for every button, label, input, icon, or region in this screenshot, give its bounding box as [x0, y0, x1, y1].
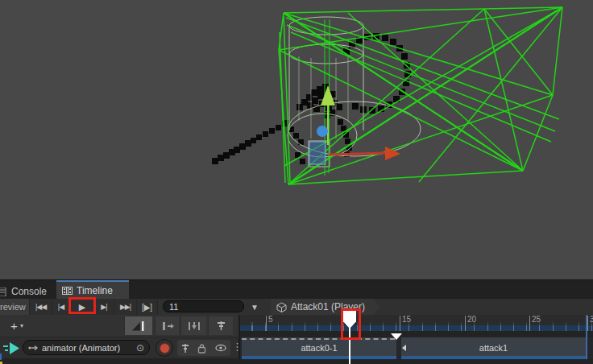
timeline-end-marker — [586, 315, 587, 359]
tab-console[interactable]: Console — [0, 283, 47, 300]
clip-in-marker — [402, 345, 406, 351]
ruler-mark: 5 — [266, 316, 273, 331]
add-track-button[interactable]: + ▾ — [3, 317, 31, 334]
animation-track-icon — [3, 341, 21, 355]
lock-icon[interactable] — [197, 343, 206, 354]
pin-icon[interactable] — [181, 343, 189, 354]
track-binding-label: animator (Animator) — [42, 343, 120, 353]
clip-label: attack1 — [401, 343, 586, 353]
kebab-menu-icon[interactable]: ⋮ — [232, 341, 243, 353]
pin-icon — [217, 321, 226, 331]
clip-attack1[interactable]: attack1 — [401, 337, 586, 358]
track-options-group — [177, 340, 230, 356]
previous-frame-button[interactable]: |◀ — [52, 299, 70, 315]
prefab-cube-icon — [276, 302, 287, 312]
go-to-end-button[interactable]: ▶▶| — [114, 299, 137, 315]
recorded-clip-dashed-border — [242, 338, 395, 340]
previous-frame-icon: |◀ — [58, 303, 64, 311]
play-range-icon: [▶] — [142, 303, 152, 312]
timeline-panel: Console Timeline review |◀◀ |◀ — [0, 279, 593, 364]
gizmo-x-axis[interactable] — [329, 153, 385, 155]
next-frame-button[interactable]: ▶| — [94, 299, 114, 315]
mix-mode-icon — [131, 321, 146, 332]
playhead-line — [349, 328, 350, 364]
ripple-mode-icon — [161, 321, 174, 331]
tab-console-label: Console — [11, 286, 47, 297]
tab-timeline[interactable]: Timeline — [56, 280, 129, 300]
plus-icon: + — [10, 319, 18, 333]
chevron-down-icon: ▼ — [251, 303, 259, 312]
go-to-start-button[interactable]: |◀◀ — [30, 299, 52, 315]
panel-tab-bar: Console Timeline — [0, 279, 593, 300]
record-button[interactable] — [156, 339, 173, 357]
replace-mode-icon — [188, 321, 201, 331]
record-dot-icon — [160, 343, 170, 354]
track-toolbar: + ▾ — [0, 315, 239, 337]
clip-lane: attack0-1 attack1 — [240, 337, 593, 359]
breadcrumb[interactable]: Attack01 (Player) — [271, 299, 381, 315]
gizmo-center-handle[interactable] — [317, 126, 328, 137]
object-picker-icon[interactable]: ⊙ — [136, 342, 144, 354]
ruler-mark: 15 — [400, 316, 411, 331]
clip-attack0-1[interactable]: attack0-1 — [242, 337, 396, 358]
panel-bottom-strip — [0, 359, 593, 364]
frame-options-dropdown[interactable]: ▼ — [244, 299, 265, 315]
preview-label: review — [0, 302, 26, 312]
scene-view[interactable] — [0, 0, 593, 279]
preview-button[interactable]: review — [0, 299, 30, 315]
mix-mode-button[interactable] — [124, 316, 152, 335]
play-button[interactable]: ▶ — [70, 299, 94, 315]
scene-canvas — [0, 0, 593, 279]
eye-icon[interactable] — [215, 344, 226, 352]
unity-editor: Console Timeline review |◀◀ |◀ — [0, 0, 593, 364]
track-binding-field[interactable]: animator (Animator) ⊙ — [23, 340, 150, 355]
ripple-mode-button[interactable] — [155, 316, 179, 335]
transport-toolbar: review |◀◀ |◀ ▶ ▶| ▶▶| [▶] ▼ — [0, 299, 593, 316]
edge-blue-sliver — [0, 354, 2, 360]
replace-mode-button[interactable] — [180, 316, 206, 335]
ruler-mark: 3 — [587, 316, 593, 331]
timeline-icon — [62, 286, 73, 296]
console-icon — [0, 287, 7, 296]
go-to-end-icon: ▶▶| — [120, 303, 131, 311]
tab-timeline-label: Timeline — [77, 285, 113, 296]
chevron-down-icon: ▾ — [20, 322, 23, 329]
ruler-mark: 20 — [465, 316, 476, 331]
play-range-button[interactable]: [▶] — [137, 299, 158, 315]
animation-track-header[interactable]: animator (Animator) ⊙ — [0, 337, 239, 359]
gizmo-plane-handle[interactable] — [309, 142, 326, 164]
ruler-lower-strip — [240, 331, 593, 337]
clip-label: attack0-1 — [242, 343, 396, 353]
marker-track-toggle-button[interactable] — [208, 316, 233, 335]
current-frame-input[interactable] — [163, 300, 244, 312]
ruler-mark: 25 — [529, 316, 541, 331]
timeline-content[interactable]: 5 15 20 25 3 attack0-1 attack1 — [240, 315, 593, 359]
go-to-start-icon: |◀◀ — [35, 303, 46, 311]
play-icon: ▶ — [79, 302, 85, 312]
clip-ease-marker[interactable] — [391, 333, 402, 340]
animator-icon — [28, 344, 39, 352]
next-frame-icon: ▶| — [101, 303, 106, 311]
